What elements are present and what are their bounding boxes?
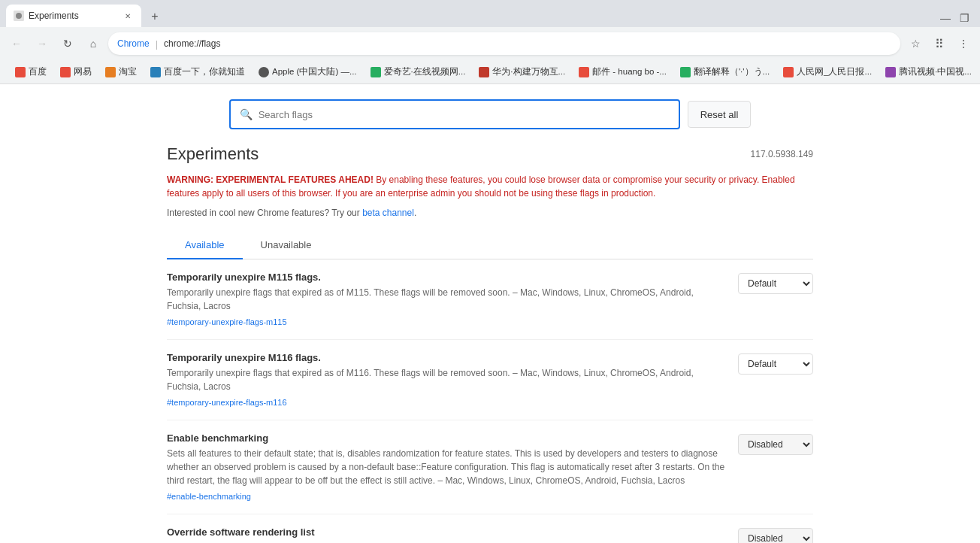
flag-control-m116: Default Enabled Disabled <box>738 352 813 375</box>
bookmark-icon-baidu <box>15 67 26 77</box>
flag-desc-benchmarking: Sets all features to their default state… <box>167 447 726 487</box>
flag-desc-m115: Temporarily unexpire flags that expired … <box>167 286 726 313</box>
bookmark-label-tencent: 腾讯视频·中国视... <box>899 66 972 77</box>
menu-button[interactable]: ⋮ <box>953 33 974 54</box>
flag-desc-m116: Temporarily unexpire flags that expired … <box>167 366 726 393</box>
bookmark-icon-mail <box>579 67 589 77</box>
warning-prefix: WARNING: EXPERIMENTAL FEATURES AHEAD! <box>167 174 374 185</box>
window-restore-button[interactable]: ❐ <box>955 12 974 24</box>
bookmark-taobao[interactable]: 淘宝 <box>99 63 143 81</box>
bookmark-label-translate: 翻译解释（'·'）う... <box>694 66 770 77</box>
info-text-prefix: Interested in cool new Chrome features? … <box>167 208 362 218</box>
window-minimize-button[interactable]: — <box>936 12 955 24</box>
flag-tabs: Available Unavailable <box>167 232 813 259</box>
bookmark-label-taobao: 淘宝 <box>119 66 137 77</box>
bookmark-icon-wangyi <box>60 67 71 77</box>
bookmark-translate[interactable]: 翻译解释（'·'）う... <box>674 63 776 81</box>
extensions-button[interactable]: ⠿ <box>929 33 950 54</box>
new-tab-button[interactable]: + <box>144 6 165 27</box>
bookmark-label-people: 人民网_人民日报... <box>797 66 872 77</box>
bookmark-label-baidu2: 百度一下，你就知道 <box>164 66 245 77</box>
tab-bar: Experiments ✕ + — ❐ <box>0 0 980 27</box>
flag-list: Temporarily unexpire M115 flags. Tempora… <box>167 259 813 543</box>
browser-frame: Experiments ✕ + — ❐ ← → ↻ ⌂ Chrome | chr… <box>0 0 980 543</box>
flag-item-m115: Temporarily unexpire M115 flags. Tempora… <box>167 259 813 340</box>
search-container: 🔍 Reset all <box>167 99 813 129</box>
home-button[interactable]: ⌂ <box>83 33 104 54</box>
bookmark-label-baidu: 百度 <box>29 66 47 77</box>
flag-info-benchmarking: Enable benchmarking Sets all features to… <box>167 432 726 502</box>
flag-name-m115: Temporarily unexpire M115 flags. <box>167 272 726 283</box>
warning-text: WARNING: EXPERIMENTAL FEATURES AHEAD! By… <box>167 173 813 200</box>
bookmark-tencent[interactable]: 腾讯视频·中国视... <box>879 63 978 81</box>
address-url: chrome://flags <box>164 38 220 49</box>
refresh-button[interactable]: ↻ <box>57 33 78 54</box>
bookmark-label-apple: Apple (中国大陆) —... <box>272 66 357 77</box>
address-bar-row: ← → ↻ ⌂ Chrome | chrome://flags ☆ ⠿ ⋮ <box>0 27 980 60</box>
window-controls: — ❐ <box>936 12 974 27</box>
bookmark-huawei[interactable]: 华为·构建万物互... <box>473 63 571 81</box>
bookmark-baidu[interactable]: 百度 <box>9 63 53 81</box>
flag-item-m116: Temporarily unexpire M116 flags. Tempora… <box>167 340 813 420</box>
bookmark-label-iqiyi: 爱奇艺·在线视频网... <box>384 66 466 77</box>
bookmarks-bar: 百度 网易 淘宝 百度一下，你就知道 Apple (中国大陆) —... 爱奇艺… <box>0 60 980 84</box>
reset-all-button[interactable]: Reset all <box>688 101 752 128</box>
info-text: Interested in cool new Chrome features? … <box>167 206 813 220</box>
bookmark-mail[interactable]: 邮件 - huang bo -... <box>573 63 673 81</box>
bookmark-icon-huawei <box>479 67 489 77</box>
tab-title: Experiments <box>29 11 117 21</box>
flag-item-benchmarking: Enable benchmarking Sets all features to… <box>167 420 813 514</box>
bookmark-wangyi[interactable]: 网易 <box>54 63 98 81</box>
flag-info-m115: Temporarily unexpire M115 flags. Tempora… <box>167 272 726 327</box>
flag-link-m115[interactable]: #temporary-unexpire-flags-m115 <box>167 317 287 326</box>
beta-channel-link[interactable]: beta channel <box>362 208 414 218</box>
bookmark-iqiyi[interactable]: 爱奇艺·在线视频网... <box>364 63 472 81</box>
bookmark-button[interactable]: ☆ <box>905 33 926 54</box>
bookmark-label-huawei: 华为·构建万物互... <box>492 66 565 77</box>
bookmark-people[interactable]: 人民网_人民日报... <box>777 63 878 81</box>
search-box[interactable]: 🔍 <box>229 99 680 129</box>
info-text-suffix: . <box>414 208 416 218</box>
experiments-header: Experiments 117.0.5938.149 <box>167 144 813 164</box>
flag-name-benchmarking: Enable benchmarking <box>167 432 726 444</box>
flag-select-gpu-blocklist[interactable]: Default Enabled Disabled <box>738 528 813 543</box>
search-icon: 🔍 <box>240 108 253 120</box>
page-inner: 🔍 Reset all Experiments 117.0.5938.149 W… <box>152 99 828 543</box>
forward-button[interactable]: → <box>32 33 53 54</box>
flag-select-m116[interactable]: Default Enabled Disabled <box>738 353 813 375</box>
back-button[interactable]: ← <box>6 33 27 54</box>
flag-select-benchmarking[interactable]: Default Enabled Disabled <box>738 434 813 455</box>
flag-control-gpu-blocklist: Default Enabled Disabled <box>738 526 813 543</box>
bookmark-icon-apple <box>259 67 269 77</box>
flag-select-m115[interactable]: Default Enabled Disabled <box>738 273 813 294</box>
bookmark-icon-people <box>783 67 794 77</box>
tab-unavailable[interactable]: Unavailable <box>243 232 330 259</box>
bookmark-baidu2[interactable]: 百度一下，你就知道 <box>144 63 251 81</box>
page-content: 🔍 Reset all Experiments 117.0.5938.149 W… <box>0 84 980 543</box>
bookmark-label-wangyi: 网易 <box>74 66 92 77</box>
flag-name-m116: Temporarily unexpire M116 flags. <box>167 352 726 363</box>
flag-control-m115: Default Enabled Disabled <box>738 272 813 294</box>
search-input[interactable] <box>259 109 670 120</box>
tab-available[interactable]: Available <box>167 232 243 259</box>
svg-point-1 <box>16 13 22 19</box>
active-tab[interactable]: Experiments ✕ <box>6 5 141 27</box>
address-separator: | <box>156 38 158 50</box>
address-bar-actions: ☆ ⠿ ⋮ <box>905 33 974 54</box>
bookmark-icon-translate <box>680 67 691 77</box>
address-bar[interactable]: Chrome | chrome://flags <box>108 32 900 55</box>
page-title: Experiments <box>167 144 259 164</box>
flag-link-m116[interactable]: #temporary-unexpire-flags-m116 <box>167 398 287 407</box>
tab-close-button[interactable]: ✕ <box>122 10 134 22</box>
bookmark-label-mail: 邮件 - huang bo -... <box>592 66 667 77</box>
bookmark-icon-taobao <box>105 67 116 77</box>
bookmark-icon-baidu2 <box>150 67 161 77</box>
tab-favicon <box>14 11 24 21</box>
flag-link-benchmarking[interactable]: #enable-benchmarking <box>167 492 251 501</box>
flag-name-gpu-blocklist: Override software rendering list <box>167 526 726 538</box>
bookmark-apple[interactable]: Apple (中国大陆) —... <box>253 63 363 81</box>
flag-item-gpu-blocklist: Override software rendering list Overrid… <box>167 514 813 543</box>
version-badge: 117.0.5938.149 <box>751 149 813 159</box>
bookmark-icon-iqiyi <box>371 67 381 77</box>
flag-info-m116: Temporarily unexpire M116 flags. Tempora… <box>167 352 726 408</box>
